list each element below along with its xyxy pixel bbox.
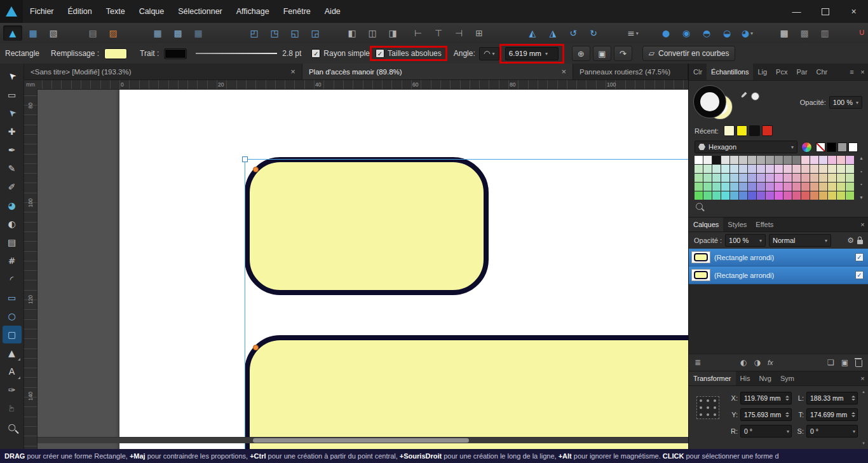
- swatch[interactable]: [828, 191, 836, 200]
- fill-swatch[interactable]: [104, 48, 127, 59]
- text-tool[interactable]: A: [3, 363, 22, 380]
- transform-x-input[interactable]: 119.769 mm: [740, 392, 792, 404]
- swatch[interactable]: [792, 174, 801, 182]
- swatch[interactable]: [721, 174, 729, 182]
- swatch[interactable]: [766, 174, 774, 182]
- point-transform-tool[interactable]: ✚: [3, 123, 22, 141]
- swatch[interactable]: [775, 165, 783, 173]
- back-one-icon[interactable]: ◫: [363, 25, 382, 41]
- swatch[interactable]: [837, 183, 845, 191]
- swatch[interactable]: [712, 174, 721, 182]
- swatch[interactable]: [819, 174, 827, 182]
- swatch[interactable]: [819, 156, 827, 164]
- tab-close-icon[interactable]: ×: [561, 67, 566, 76]
- split-pixels-icon[interactable]: ▩: [795, 25, 814, 41]
- swatch[interactable]: [783, 174, 792, 182]
- transform-close-icon[interactable]: ×: [857, 371, 868, 385]
- swatch[interactable]: [730, 165, 738, 173]
- swatch[interactable]: [775, 191, 783, 200]
- grid-options-icon[interactable]: ▦: [189, 25, 208, 41]
- document-tab-sans-titre[interactable]: <Sans titre> [Modifié] (193.3%)×: [24, 64, 302, 79]
- swatch[interactable]: [828, 183, 836, 191]
- swatch[interactable]: [775, 156, 783, 164]
- swatch[interactable]: [730, 191, 738, 200]
- swatch[interactable]: [801, 165, 810, 173]
- swatch[interactable]: [783, 156, 792, 164]
- transform-l-input[interactable]: 188.33 mm: [806, 392, 858, 404]
- swatch[interactable]: [739, 174, 747, 182]
- insert-behind-icon[interactable]: ◰: [245, 25, 264, 41]
- swatch[interactable]: [703, 191, 712, 200]
- swatch[interactable]: [703, 183, 712, 191]
- swatch[interactable]: [748, 174, 756, 182]
- swatch[interactable]: [846, 174, 854, 182]
- swatch[interactable]: [819, 183, 827, 191]
- swatch[interactable]: [783, 191, 792, 200]
- recent-swatch[interactable]: [736, 125, 747, 136]
- swatch[interactable]: [695, 174, 703, 182]
- transform-scrollbar[interactable]: ▲▼: [860, 390, 867, 445]
- swatch[interactable]: [748, 165, 756, 173]
- swatch[interactable]: [783, 165, 792, 173]
- forward-one-icon[interactable]: ◨: [383, 25, 402, 41]
- selection-corner-handle[interactable]: [242, 156, 248, 162]
- swatch[interactable]: [810, 156, 818, 164]
- move-tool[interactable]: ➤: [3, 67, 22, 85]
- transform-tab-sym[interactable]: Sym: [776, 371, 799, 385]
- studio-tab-clr[interactable]: Clr: [689, 64, 707, 80]
- transform-y-input[interactable]: 175.693 mm: [740, 408, 792, 421]
- swatch[interactable]: [819, 191, 827, 200]
- layers-tab-styles[interactable]: Styles: [723, 218, 751, 232]
- rectangle-tool[interactable]: ▭: [3, 289, 22, 307]
- pixel-grid-icon[interactable]: ▦: [775, 25, 794, 41]
- lock-icon[interactable]: [857, 240, 863, 244]
- quick-swatch[interactable]: [837, 142, 847, 152]
- studio-tab-par[interactable]: Par: [792, 64, 811, 80]
- swatch[interactable]: [721, 156, 729, 164]
- new-pixel-layer-icon[interactable]: ▣: [841, 359, 848, 366]
- swatch[interactable]: [695, 191, 703, 200]
- recent-swatch[interactable]: [762, 125, 773, 136]
- distribute-icon[interactable]: ⊞: [470, 25, 489, 41]
- transform-tab-his[interactable]: His: [736, 371, 755, 385]
- studio-tab-pcx[interactable]: Pcx: [771, 64, 792, 80]
- colour-swatch-icon[interactable]: ▨: [104, 25, 123, 41]
- document-tab-panneaux-routi[interactable]: Panneaux routiers2 (47.5%): [573, 64, 688, 79]
- swatch[interactable]: [721, 165, 729, 173]
- swatch[interactable]: [801, 174, 810, 182]
- maximize-button[interactable]: [811, 0, 839, 23]
- transform-tab-transformer[interactable]: Transformer: [689, 371, 736, 385]
- corner-radius-dropdown[interactable]: 6.919 mm ▾: [505, 47, 559, 60]
- swatch[interactable]: [775, 183, 783, 191]
- swatch[interactable]: [792, 183, 801, 191]
- anchor-point-selector[interactable]: [696, 396, 719, 419]
- node-tool[interactable]: ➤: [3, 104, 22, 122]
- snapping-magnet-icon[interactable]: ∩: [852, 25, 868, 41]
- rotate-ccw-icon[interactable]: ↺: [564, 25, 583, 41]
- swatch[interactable]: [792, 191, 801, 200]
- transform-s-input[interactable]: 0 °▾: [806, 425, 858, 438]
- swatch[interactable]: [730, 183, 738, 191]
- menu-fenetre[interactable]: Fenêtre: [276, 0, 318, 23]
- menu-aide[interactable]: Aide: [318, 0, 348, 23]
- new-layer-icon[interactable]: ❏: [827, 359, 834, 366]
- transform-t-input[interactable]: 174.699 mm: [806, 408, 858, 421]
- swatch[interactable]: [748, 156, 756, 164]
- snap-to-grid-icon[interactable]: ▩: [168, 25, 187, 41]
- horizontal-scrollbar-thumb[interactable]: [253, 438, 469, 443]
- show-grid-icon[interactable]: ▦: [148, 25, 167, 41]
- layer-visibility-checkbox[interactable]: ✓: [855, 253, 864, 261]
- insert-on-top-icon[interactable]: ◳: [265, 25, 284, 41]
- layer-visibility-checkbox[interactable]: ✓: [855, 271, 864, 279]
- quick-swatch[interactable]: [827, 142, 836, 152]
- snap-candidates-icon[interactable]: ◉: [677, 25, 696, 41]
- rounded-rectangle-shape-2[interactable]: [245, 335, 688, 449]
- mask-layer-icon[interactable]: ◐: [740, 359, 747, 366]
- swatch[interactable]: [695, 165, 703, 173]
- shape-tool[interactable]: ▲: [3, 344, 22, 362]
- document-tab-plan-d-acces-m[interactable]: Plan d'accès manoir (89.8%)×: [302, 64, 573, 79]
- persona-pixel-icon[interactable]: ▦: [24, 25, 43, 41]
- corner-tool[interactable]: ◜: [3, 270, 22, 288]
- stroke-swatch[interactable]: [164, 48, 187, 59]
- stroke-width-slider[interactable]: [196, 48, 277, 59]
